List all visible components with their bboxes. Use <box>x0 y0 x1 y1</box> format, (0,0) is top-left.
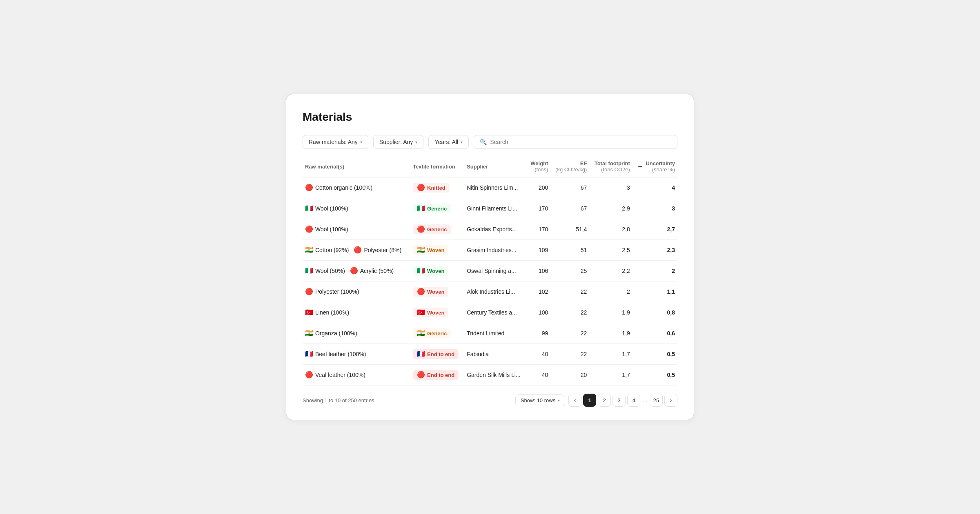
table-row[interactable]: 🇮🇹 Wool (100%) 🇮🇹 Generic Ginni Filament… <box>303 198 677 219</box>
table-row[interactable]: 🇮🇳 Cotton (92%) 🔴 Polyester (8%) 🇮🇳 Wove… <box>303 240 677 261</box>
ef-cell: 51 <box>550 240 589 261</box>
pagination-row: Showing 1 to 10 of 250 entries Show: 10 … <box>303 394 677 407</box>
uncertainty-cell: 2,3 <box>633 240 677 261</box>
supplier-cell: Trident Limited <box>464 323 527 344</box>
chevron-down-icon: ▾ <box>415 140 417 144</box>
uncertainty-cell: 2 <box>633 261 677 281</box>
col-uncertainty: Uncertainty(share %) <box>633 157 677 177</box>
main-card: Materials Raw materials: Any ▾ Supplier:… <box>286 94 694 420</box>
uncertainty-cell: 3 <box>633 198 677 219</box>
flag-icon: 🇮🇳 <box>417 330 425 337</box>
years-filter[interactable]: Years: All ▾ <box>428 135 469 149</box>
flag-icon: 🇮🇹 <box>305 268 313 274</box>
weight-cell: 100 <box>527 302 551 323</box>
weight-cell: 170 <box>527 198 551 219</box>
flag-icon: 🔴 <box>305 372 313 378</box>
materials-table: Raw material(s) Textile formation Suppli… <box>303 157 677 386</box>
textile-formation-cell: 🇫🇷 End to end <box>410 344 464 365</box>
raw-materials-cell: 🇹🇷 Linen (100%) <box>303 302 410 323</box>
flag-icon: 🇮🇳 <box>305 247 313 253</box>
flag-icon: 🇮🇳 <box>417 247 425 253</box>
textile-badge: 🔴 Knitted <box>413 183 450 193</box>
pagination-right: Show: 10 rows ▾ ‹ 1 2 3 4 ... 25 › <box>515 394 677 407</box>
table-header: Raw material(s) Textile formation Suppli… <box>303 157 677 177</box>
page-1-button[interactable]: 1 <box>583 394 596 407</box>
search-input[interactable] <box>490 139 671 145</box>
ef-cell: 67 <box>550 198 589 219</box>
table-row[interactable]: 🇫🇷 Beef leather (100%) 🇫🇷 End to end Fab… <box>303 344 677 365</box>
total-footprint-cell: 2,9 <box>589 198 632 219</box>
search-icon: 🔍 <box>480 139 487 145</box>
total-footprint-cell: 1,9 <box>589 302 632 323</box>
textile-badge: 🔴 End to end <box>413 370 459 380</box>
page-3-button[interactable]: 3 <box>612 394 626 407</box>
table-row[interactable]: 🔴 Polyester (100%) 🔴 Woven Alok Industri… <box>303 281 677 302</box>
ef-cell: 22 <box>550 344 589 365</box>
table-row[interactable]: 🔴 Veal leather (100%) 🔴 End to end Garde… <box>303 365 677 386</box>
textile-badge: 🇮🇳 Woven <box>413 245 448 255</box>
textile-formation-cell: 🔴 Knitted <box>410 177 464 198</box>
showing-text: Showing 1 to 10 of 250 entries <box>303 397 374 403</box>
prev-page-button[interactable]: ‹ <box>568 394 581 407</box>
ef-cell: 20 <box>550 365 589 386</box>
textile-badge: 🇮🇹 Generic <box>413 204 451 213</box>
total-footprint-cell: 3 <box>589 177 632 198</box>
supplier-filter[interactable]: Supplier: Any ▾ <box>373 135 424 149</box>
table-row[interactable]: 🔴 Wool (100%) 🔴 Generic Gokaldas Exports… <box>303 219 677 240</box>
show-rows-button[interactable]: Show: 10 rows ▾ <box>515 394 565 406</box>
table-row[interactable]: 🔴 Cotton organic (100%) 🔴 Knitted Nitin … <box>303 177 677 198</box>
flag-icon: 🇹🇷 <box>417 309 425 316</box>
col-total-footprint: Total footprint(tons CO2e) <box>589 157 632 177</box>
table-row[interactable]: 🇮🇹 Wool (50%) 🔴 Acrylic (50%) 🇮🇹 Woven O… <box>303 261 677 281</box>
textile-badge: 🇹🇷 Woven <box>413 308 448 317</box>
textile-formation-cell: 🔴 Woven <box>410 281 464 302</box>
total-footprint-cell: 2,8 <box>589 219 632 240</box>
total-footprint-cell: 2,5 <box>589 240 632 261</box>
total-footprint-cell: 1,9 <box>589 323 632 344</box>
next-page-button[interactable]: › <box>664 394 677 407</box>
ef-cell: 67 <box>550 177 589 198</box>
raw-materials-cell: 🇮🇹 Wool (50%) 🔴 Acrylic (50%) <box>303 261 410 281</box>
page-4-button[interactable]: 4 <box>627 394 640 407</box>
ef-cell: 22 <box>550 281 589 302</box>
uncertainty-cell: 2,7 <box>633 219 677 240</box>
raw-materials-cell: 🔴 Veal leather (100%) <box>303 365 410 386</box>
flag-icon: 🇮🇳 <box>305 330 313 337</box>
flag-icon: 🇫🇷 <box>417 351 425 357</box>
table-row[interactable]: 🇮🇳 Organza (100%) 🇮🇳 Generic Trident Lim… <box>303 323 677 344</box>
page-25-button[interactable]: 25 <box>650 394 663 407</box>
ef-cell: 51,4 <box>550 219 589 240</box>
weight-cell: 40 <box>527 365 551 386</box>
raw-materials-cell: 🇮🇹 Wool (100%) <box>303 198 410 219</box>
supplier-cell: Grasim Industries... <box>464 240 527 261</box>
raw-materials-cell: 🔴 Polyester (100%) <box>303 281 410 302</box>
supplier-cell: Alok Industries Li... <box>464 281 527 302</box>
table-row[interactable]: 🇹🇷 Linen (100%) 🇹🇷 Woven Century Textile… <box>303 302 677 323</box>
textile-formation-cell: 🔴 End to end <box>410 365 464 386</box>
weight-cell: 102 <box>527 281 551 302</box>
weight-cell: 99 <box>527 323 551 344</box>
supplier-cell: Garden Silk Mills Li... <box>464 365 527 386</box>
col-raw-materials: Raw material(s) <box>303 157 410 177</box>
ef-cell: 22 <box>550 323 589 344</box>
ef-cell: 25 <box>550 261 589 281</box>
flag-icon: 🔴 <box>354 247 362 253</box>
textile-formation-cell: 🇹🇷 Woven <box>410 302 464 323</box>
chevron-down-icon: ▾ <box>360 140 362 144</box>
uncertainty-cell: 4 <box>633 177 677 198</box>
weight-cell: 109 <box>527 240 551 261</box>
textile-formation-cell: 🇮🇹 Generic <box>410 198 464 219</box>
chevron-down-icon: ▾ <box>461 140 463 144</box>
raw-materials-cell: 🔴 Cotton organic (100%) <box>303 177 410 198</box>
total-footprint-cell: 1,7 <box>589 365 632 386</box>
total-footprint-cell: 2,2 <box>589 261 632 281</box>
raw-materials-filter[interactable]: Raw materials: Any ▾ <box>303 135 368 149</box>
textile-badge: 🔴 Generic <box>413 224 451 234</box>
flag-icon: 🇹🇷 <box>305 309 313 316</box>
flag-icon: 🔴 <box>305 226 313 233</box>
filter-icon[interactable] <box>637 165 643 168</box>
flag-icon: 🔴 <box>417 184 425 191</box>
flag-icon: 🔴 <box>350 268 358 274</box>
page-2-button[interactable]: 2 <box>598 394 611 407</box>
flag-icon: 🇮🇹 <box>417 205 425 212</box>
